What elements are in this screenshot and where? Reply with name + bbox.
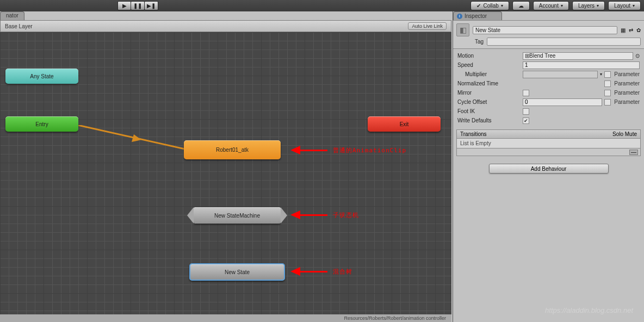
- foot-ik-label: Foot IK: [457, 108, 523, 114]
- svg-line-0: [78, 125, 190, 150]
- layers-label: Layers: [578, 3, 595, 9]
- cycle-offset-label: Cycle Offset: [457, 99, 523, 105]
- mirror-checkbox[interactable]: [523, 90, 529, 96]
- foot-ik-checkbox[interactable]: [523, 108, 529, 115]
- top-toolbar: ▶ ❚❚ ▶❚ ✔ Collab ▾ ☁ Account ▾ Layers ▾ …: [0, 0, 644, 11]
- info-icon: i: [457, 14, 462, 19]
- inspector-header: ◧ New State ▦ ⇄ ✿ Tag: [453, 20, 644, 49]
- breadcrumb[interactable]: Base Layer: [5, 23, 33, 29]
- param-label-2: Parameter: [614, 81, 640, 86]
- normtime-param-checkbox[interactable]: [604, 81, 611, 87]
- cycle-offset-field[interactable]: [523, 98, 602, 106]
- node-entry[interactable]: Entry: [5, 116, 78, 132]
- multiplier-field: [523, 71, 598, 78]
- multiplier-label: Multiplier: [457, 71, 523, 77]
- cycle-param-checkbox[interactable]: [604, 99, 611, 106]
- annotation-label-2: 子状态机: [333, 211, 359, 219]
- svg-marker-1: [132, 134, 141, 142]
- param-label-3: Parameter: [614, 90, 640, 96]
- account-button[interactable]: Account ▾: [533, 1, 569, 10]
- annotation-label-1: 普通的AnimationClip: [333, 146, 406, 154]
- tag-label: Tag: [475, 39, 484, 45]
- mirror-label: Mirror: [457, 90, 523, 96]
- watermark: https://aladdin.blog.csdn.net: [545, 306, 633, 314]
- animator-tab-strip: nator: [0, 11, 24, 20]
- transitions-header: Transitions Solo Mute: [457, 130, 640, 139]
- add-behaviour-button[interactable]: Add Behaviour: [489, 164, 609, 174]
- pause-button[interactable]: ❚❚: [131, 1, 145, 10]
- inspector-tab[interactable]: i Inspector: [453, 11, 502, 20]
- animator-graph[interactable]: Any State Entry Exit Robert01_atk New St…: [0, 32, 451, 315]
- transitions-footer: —: [457, 148, 640, 156]
- right-toolbar: ✔ Collab ▾ ☁ Account ▾ Layers ▾ Layout ▾: [470, 1, 641, 10]
- tag-field[interactable]: [487, 38, 641, 46]
- layout-button[interactable]: Layout ▾: [608, 1, 641, 10]
- speed-label: Speed: [457, 62, 523, 68]
- layout-label: Layout: [614, 3, 630, 9]
- auto-live-link-toggle[interactable]: Auto Live Link: [408, 22, 447, 30]
- motion-label: Motion: [457, 53, 523, 59]
- transitions-box: Transitions Solo Mute List is Empty —: [456, 129, 641, 156]
- multiplier-param-checkbox[interactable]: [604, 71, 611, 78]
- inspector-tab-label: Inspector: [465, 13, 487, 19]
- write-defaults-label: Write Defaults: [457, 117, 523, 123]
- state-icon: ◧: [456, 23, 469, 36]
- inspector-panel: i Inspector ◧ New State ▦ ⇄ ✿ Tag Motion…: [453, 11, 644, 322]
- collab-button[interactable]: ✔ Collab ▾: [470, 1, 509, 10]
- speed-field[interactable]: [523, 61, 640, 69]
- motion-field[interactable]: ⊞ Blend Tree: [523, 52, 633, 60]
- node-any-state[interactable]: Any State: [5, 69, 78, 84]
- remove-transition-button[interactable]: —: [629, 150, 638, 155]
- annotation-label-3: 混合树: [333, 268, 352, 276]
- node-state-robert01-atk[interactable]: Robert01_atk: [184, 140, 281, 159]
- collab-label: Collab: [483, 3, 498, 9]
- step-button[interactable]: ▶❚: [145, 1, 158, 10]
- node-exit[interactable]: Exit: [368, 116, 441, 132]
- param-label-1: Parameter: [614, 71, 640, 77]
- transition-line: [78, 125, 190, 157]
- layers-button[interactable]: Layers ▾: [572, 1, 605, 10]
- help-icon[interactable]: ▦: [621, 27, 626, 33]
- status-bar: Resources/Roberts/Robert/animation contr…: [0, 314, 451, 322]
- node-new-state[interactable]: New State: [189, 263, 285, 281]
- solo-mute-label: Solo Mute: [612, 131, 637, 137]
- cloud-button[interactable]: ☁: [512, 1, 530, 10]
- annotation-arrow-1: 普通的AnimationClip: [290, 146, 406, 154]
- write-defaults-checkbox[interactable]: ✔: [523, 117, 529, 124]
- node-statemachine[interactable]: New StateMachine: [194, 207, 281, 224]
- state-name-field[interactable]: New State: [473, 26, 617, 34]
- animator-tab[interactable]: nator: [0, 11, 24, 20]
- play-button[interactable]: ▶: [117, 1, 131, 10]
- annotation-arrow-2: 子状态机: [290, 210, 359, 219]
- object-picker-icon[interactable]: ⊙: [635, 53, 640, 59]
- param-label-4: Parameter: [614, 99, 640, 105]
- account-label: Account: [539, 3, 559, 9]
- annotation-arrow-3: 混合树: [290, 267, 352, 276]
- normalized-time-label: Normalized Time: [457, 81, 523, 86]
- inspector-body: Motion ⊞ Blend Tree⊙ Speed Multiplier ▾P…: [453, 49, 644, 127]
- gear-icon[interactable]: ✿: [636, 27, 641, 33]
- transitions-label: Transitions: [460, 131, 487, 137]
- motion-value: Blend Tree: [529, 53, 555, 59]
- animator-breadcrumb-bar: Base Layer Auto Live Link: [0, 20, 451, 32]
- transitions-empty: List is Empty: [457, 139, 640, 148]
- play-controls: ▶ ❚❚ ▶❚: [117, 1, 158, 10]
- mirror-param-checkbox[interactable]: [604, 90, 611, 96]
- preset-icon[interactable]: ⇄: [629, 27, 633, 33]
